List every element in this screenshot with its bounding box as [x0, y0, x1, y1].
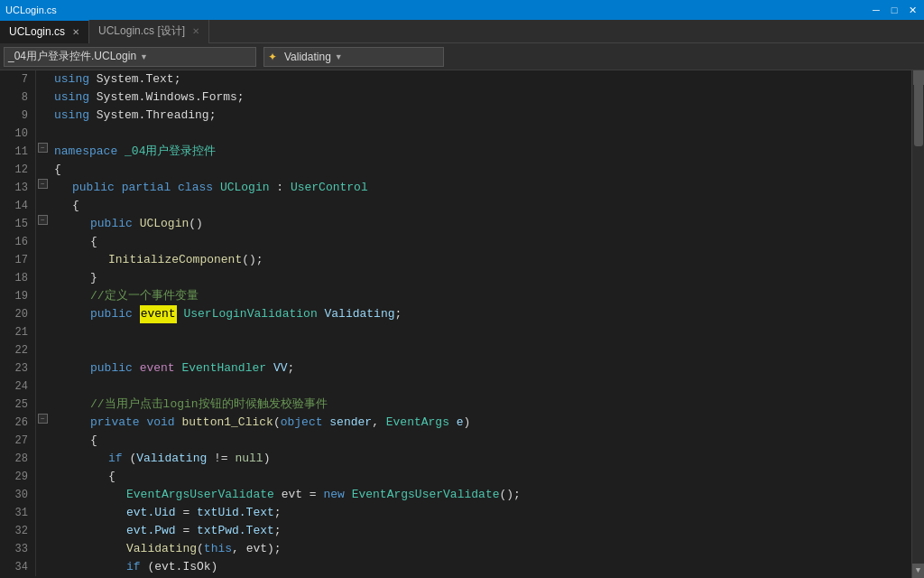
kw-public-13: public — [72, 179, 115, 197]
ln-28: 28 — [4, 450, 28, 468]
base-class-name: UserControl — [291, 179, 368, 197]
tab-label: UCLogin.cs — [9, 25, 65, 38]
collapse-gutter: − − − − — [36, 70, 51, 576]
comment-25: //当用户点击login按钮的时候触发校验事件 — [90, 396, 328, 414]
ln-12: 12 — [4, 161, 28, 179]
kw-event-23: event — [140, 359, 175, 378]
member-dropdown[interactable]: ✦ Validating ▼ — [263, 47, 444, 67]
code-line-33: Validating(this, evt); — [51, 540, 911, 558]
ln-7: 7 — [4, 70, 28, 89]
ln-23: 23 — [4, 359, 28, 378]
collapse-btn-method[interactable]: − — [38, 414, 48, 424]
type-eventargsuservalidate-30: EventArgsUserValidate — [126, 486, 274, 504]
type-eventhandler: EventHandler — [181, 359, 266, 378]
literal-null-28: null — [235, 450, 263, 468]
code-line-22 — [51, 341, 911, 359]
member-dropdown-chevron: ▼ — [335, 52, 343, 61]
tab-close-icon-design[interactable]: ✕ — [192, 26, 199, 36]
code-line-34: if (evt.IsOk) — [51, 558, 911, 576]
title-bar-left: UCLogin.cs — [5, 5, 57, 15]
member-dropdown-label: Validating — [284, 51, 331, 63]
code-line-29: { — [51, 468, 911, 486]
code-line-16: { — [51, 233, 911, 251]
tab-uclogin-design[interactable]: UCLogin.cs [设计] ✕ — [89, 20, 209, 43]
code-line-23: public event EventHandler VV; — [51, 359, 911, 378]
ln-22: 22 — [4, 341, 28, 359]
kw-using-9: using — [54, 107, 89, 125]
kw-if-34: if — [126, 558, 141, 576]
app-window: UCLogin.cs ─ □ ✕ UCLogin.cs ✕ UCLogin.cs… — [0, 0, 924, 578]
gutter-row-7: 7 8 9 10 11 12 13 14 15 16 17 18 19 20 2… — [0, 70, 51, 576]
kw-this: this — [204, 540, 232, 558]
tab-label-design: UCLogin.cs [设计] — [98, 23, 185, 39]
title-bar: UCLogin.cs ─ □ ✕ — [0, 0, 924, 20]
field-txtpwd-text: txtPwd.Text — [197, 522, 274, 540]
ln-11: 11 — [4, 143, 28, 161]
method-button1click: button1_Click — [181, 414, 273, 432]
ln-9: 9 — [4, 107, 28, 125]
method-uclogin: UCLogin — [140, 215, 189, 233]
code-line-24 — [51, 378, 911, 396]
type-eventargs: EventArgs — [386, 414, 449, 432]
method-validating-call: Validating — [126, 540, 197, 558]
namespace-name: _04用户登录控件 — [125, 143, 216, 161]
collapse-btn-constructor[interactable]: − — [38, 215, 48, 225]
collapse-btn-namespace[interactable]: − — [38, 143, 48, 153]
field-evt-uid: evt.Uid — [126, 504, 176, 522]
scrollbar-down-arrow[interactable]: ▼ — [912, 564, 924, 578]
member-icon: ✦ — [268, 51, 277, 63]
close-button[interactable]: ✕ — [906, 4, 919, 16]
class-dropdown-label: _04用户登录控件.UCLogin — [8, 49, 136, 64]
ln-30: 30 — [4, 486, 28, 504]
tabs-bar: UCLogin.cs ✕ UCLogin.cs [设计] ✕ — [0, 20, 924, 43]
kw-class: class — [178, 179, 213, 197]
minimize-button[interactable]: ─ — [870, 4, 882, 16]
code-line-8: using System.Windows.Forms; — [51, 89, 911, 107]
comment-19: //定义一个事件变量 — [90, 287, 199, 305]
scrollbar-thumb[interactable] — [914, 74, 923, 146]
class-dropdown-chevron: ▼ — [140, 52, 148, 61]
ln-33: 33 — [4, 540, 28, 558]
code-line-7: using System.Text; — [51, 70, 911, 89]
ln-18: 18 — [4, 269, 28, 287]
code-line-26: private void button1_Click(object sender… — [51, 414, 911, 432]
collapse-btn-class[interactable]: − — [38, 179, 48, 189]
code-line-21 — [51, 323, 911, 341]
ln-19: 19 — [4, 287, 28, 305]
kw-namespace: namespace — [54, 143, 117, 161]
ln-26: 26 — [4, 414, 28, 432]
method-init: InitializeComponent — [108, 251, 242, 269]
code-editor: 7 8 9 10 11 12 13 14 15 16 17 18 19 20 2… — [0, 70, 924, 578]
code-line-12: { — [51, 161, 911, 179]
code-line-15: public UCLogin() — [51, 215, 911, 233]
tab-close-icon[interactable]: ✕ — [72, 27, 79, 37]
code-line-32: evt.Pwd = txtPwd.Text; — [51, 522, 911, 540]
field-vv: VV — [273, 359, 288, 378]
kw-void-26: void — [146, 414, 174, 432]
class-dropdown[interactable]: _04用户登录控件.UCLogin ▼ — [4, 47, 256, 67]
kw-new-30: new — [323, 486, 344, 504]
vertical-scrollbar[interactable]: ▲ ▼ — [911, 70, 924, 578]
ln-24: 24 — [4, 378, 28, 396]
code-line-30: EventArgsUserValidate evt = new EventArg… — [51, 486, 911, 504]
code-line-31: evt.Uid = txtUid.Text; — [51, 504, 911, 522]
code-line-20: public event UserLoginValidation Validat… — [51, 305, 911, 323]
nav-bar: _04用户登录控件.UCLogin ▼ ✦ Validating ▼ — [0, 43, 924, 70]
kw-using-8: using — [54, 89, 89, 107]
code-content[interactable]: using System.Text; using System.Windows.… — [51, 70, 911, 578]
kw-private-26: private — [90, 414, 140, 432]
code-line-9: using System.Threading; — [51, 107, 911, 125]
kw-if-28: if — [108, 450, 123, 468]
kw-using-7: using — [54, 70, 89, 89]
ln-10: 10 — [4, 125, 28, 143]
code-line-27: { — [51, 432, 911, 450]
class-name-uclogin: UCLogin — [220, 179, 270, 197]
kw-object: object — [281, 414, 323, 432]
ln-34: 34 — [4, 558, 28, 576]
restore-button[interactable]: □ — [888, 4, 901, 16]
ln-31: 31 — [4, 504, 28, 522]
tab-uclogin-cs[interactable]: UCLogin.cs ✕ — [0, 20, 89, 43]
code-line-19: //定义一个事件变量 — [51, 287, 911, 305]
line-numbers-col: 7 8 9 10 11 12 13 14 15 16 17 18 19 20 2… — [0, 70, 36, 576]
ln-29: 29 — [4, 468, 28, 486]
